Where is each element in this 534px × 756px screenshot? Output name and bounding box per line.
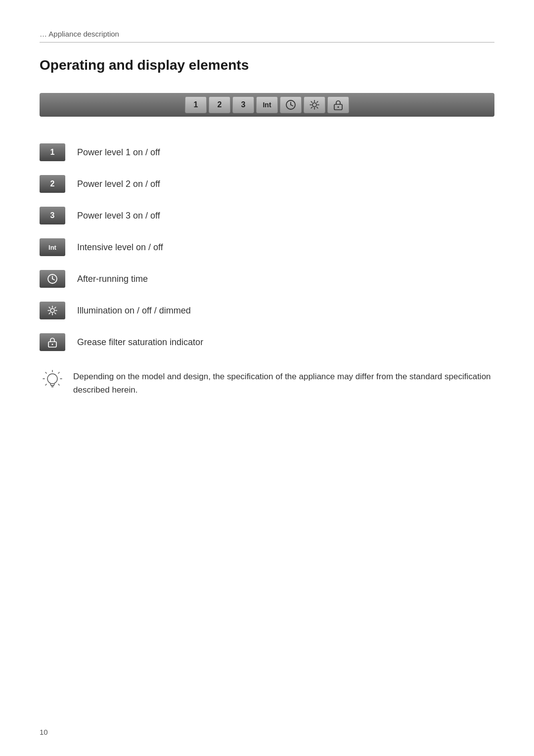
control-btn-1[interactable]: 1 [185,96,207,113]
svg-line-37 [58,384,59,385]
list-item: 3 Power level 3 on / off [40,200,494,231]
svg-point-3 [312,103,316,107]
legend-icon-2: 2 [40,175,65,193]
svg-line-36 [45,384,46,385]
legend-icon-clock [40,270,65,288]
control-btn-clock[interactable] [280,96,302,113]
control-btn-2[interactable]: 2 [209,96,230,113]
legend-icon-3: 3 [40,207,65,224]
legend-text-1: Power level 1 on / off [77,147,160,158]
legend-icon-1: 1 [40,143,65,161]
note-box: Depending on the model and design, the s… [40,368,494,397]
svg-line-24 [55,307,56,308]
svg-point-27 [52,344,53,345]
list-item: Illumination on / off / dimmed [40,295,494,326]
breadcrumb: … Appliance description [40,30,494,38]
legend-icon-light [40,302,65,319]
svg-line-23 [55,313,56,314]
svg-line-16 [52,279,54,280]
svg-line-8 [311,101,312,102]
svg-line-22 [49,307,50,308]
list-item: Int Intensive level on / off [40,231,494,263]
legend-text-int: Intensive level on / off [77,242,163,253]
svg-point-17 [50,309,54,312]
control-btn-int[interactable]: Int [256,96,278,113]
svg-line-32 [45,372,46,373]
control-btn-lock[interactable] [327,96,349,113]
svg-line-11 [311,107,312,108]
note-icon [40,368,65,394]
list-item: Grease filter saturation indicator [40,326,494,358]
legend-icon-filter [40,333,65,351]
svg-line-9 [317,107,318,108]
note-text: Depending on the model and design, the s… [73,368,494,397]
legend-text-light: Illumination on / off / dimmed [77,306,191,316]
svg-line-25 [49,313,50,314]
control-btn-3[interactable]: 3 [232,96,254,113]
control-bar: 1 2 3 Int [40,93,494,117]
list-item: After-running time [40,263,494,295]
list-item: 1 Power level 1 on / off [40,136,494,168]
legend-text-filter: Grease filter saturation indicator [77,337,203,348]
legend-icon-int: Int [40,238,65,256]
svg-point-28 [47,374,57,384]
legend-text-3: Power level 3 on / off [77,211,160,221]
svg-line-2 [291,105,293,106]
list-item: 2 Power level 2 on / off [40,168,494,200]
page-number: 10 [40,728,48,736]
svg-line-33 [58,372,59,373]
svg-point-13 [338,106,339,108]
section-divider [40,42,494,43]
legend-text-clock: After-running time [77,274,148,284]
legend-text-2: Power level 2 on / off [77,179,160,189]
page-title: Operating and display elements [40,57,494,73]
svg-line-10 [317,101,318,102]
legend-list: 1 Power level 1 on / off 2 Power level 2… [40,136,494,358]
control-btn-light[interactable] [304,96,325,113]
